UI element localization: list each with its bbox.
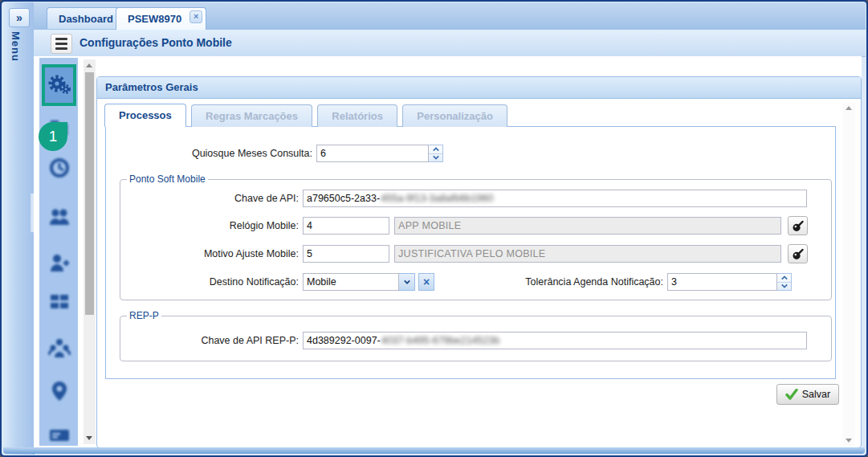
terminal-card-icon: [48, 424, 71, 447]
tolerancia-label: Tolerância Agenda Notificação:: [434, 276, 667, 288]
sidebar-item-terminal[interactable]: [48, 424, 71, 447]
motivo-ajuste-label: Motivo Ajuste Mobile:: [120, 248, 303, 259]
chave-api-redacted: 455a-9f13-3a8afb6b1960: [381, 193, 493, 204]
location-pin-icon: [48, 380, 71, 402]
relogio-lookup-button[interactable]: [788, 216, 808, 235]
chave-api-label: Chave de API:: [120, 193, 303, 204]
modules-grid-icon: [48, 291, 71, 313]
chave-api-repp-redacted: 4037-b495-679be214523b: [381, 335, 499, 346]
dock-scroll-up-icon[interactable]: [86, 63, 92, 67]
dock-scroll-thumb[interactable]: [85, 72, 94, 315]
sidebar-item-team[interactable]: [48, 206, 71, 228]
chave-api-repp-visible: 4d389292-0097-: [307, 335, 381, 346]
magnifier-icon: [790, 247, 805, 262]
destino-notificacao-combo[interactable]: [303, 273, 399, 291]
org-group-icon: [48, 337, 71, 359]
window-bottom-edge: [3, 447, 865, 454]
step-badge: 1: [39, 122, 67, 151]
user-add-icon: [48, 251, 71, 274]
app-window: » Menu Dashboard PSEW8970 × Configuraçõe…: [0, 0, 868, 457]
collapsed-menu-strip: » Menu: [2, 2, 35, 455]
expand-menu-button[interactable]: »: [9, 8, 30, 27]
spinner-up-icon[interactable]: [429, 145, 442, 153]
settings-gears-icon: [47, 72, 72, 98]
clock-icon: [48, 157, 71, 179]
panel-scrollbar[interactable]: [842, 103, 855, 446]
window-tab-bar: Dashboard PSEW8970 ×: [34, 2, 866, 31]
combo-dropdown-trigger[interactable]: [399, 273, 415, 291]
menu-strip-label: Menu: [10, 31, 22, 62]
quiosque-label: Quiosque Meses Consulta:: [106, 148, 316, 159]
fieldset-ponto-soft-mobile-legend: Ponto Soft Mobile: [127, 173, 208, 185]
fieldset-ponto-soft-mobile: Ponto Soft Mobile Chave de API: a79650c5…: [120, 173, 832, 300]
sidebar-item-user-add[interactable]: [48, 251, 71, 274]
tab-personalizacao[interactable]: Personalização: [402, 104, 507, 127]
tab-dashboard[interactable]: Dashboard: [47, 7, 125, 29]
motivo-ajuste-display: JUSTIFICATIVA PELO MOBILE: [394, 245, 781, 263]
icon-dock: [39, 58, 78, 446]
panel-tab-strip: Processos Regras Marcações Relatórios Pe…: [104, 104, 510, 127]
panel-scroll-up-icon[interactable]: [846, 106, 852, 110]
chave-api-repp-label: Chave de API REP-P:: [120, 335, 303, 346]
panel-title: Parâmetros Gerais: [97, 77, 861, 99]
spinner-down-icon[interactable]: [429, 153, 442, 162]
destino-notificacao-label: Destino Notificação:: [120, 276, 303, 288]
magnifier-icon: [790, 218, 805, 234]
relogio-mobile-display: APP MOBILE: [394, 217, 781, 235]
chevron-down-icon: [404, 279, 410, 285]
dock-scroll-down-icon[interactable]: [86, 436, 92, 440]
tolerancia-spinner[interactable]: [777, 273, 792, 291]
motivo-lookup-button[interactable]: [788, 244, 808, 263]
sidebar-item-settings[interactable]: [42, 64, 76, 106]
sidebar-item-location[interactable]: [48, 380, 71, 402]
chave-api-input[interactable]: a79650c5-2a33- 455a-9f13-3a8afb6b1960: [303, 190, 807, 207]
app-frame: » Menu Dashboard PSEW8970 × Configuraçõe…: [2, 2, 866, 455]
tab-close-icon[interactable]: ×: [189, 10, 202, 23]
save-button-label: Salvar: [802, 389, 830, 400]
page-title: Configurações Ponto Mobile: [79, 30, 232, 56]
panel-scroll-down-icon[interactable]: [846, 439, 852, 443]
tab-psew8970-label: PSEW8970: [128, 13, 181, 25]
page-toolbar: Configurações Ponto Mobile: [34, 30, 866, 57]
tab-dashboard-label: Dashboard: [59, 13, 113, 25]
relogio-mobile-input[interactable]: [303, 217, 389, 235]
fieldset-rep-p: REP-P Chave de API REP-P: 4d389292-0097-…: [120, 310, 832, 361]
fieldset-rep-p-legend: REP-P: [127, 310, 161, 321]
relogio-mobile-label: Relógio Mobile:: [120, 220, 303, 231]
motivo-ajuste-input[interactable]: [303, 245, 389, 263]
parametros-gerais-panel: Parâmetros Gerais Processos Regras Marca…: [96, 76, 862, 448]
quiosque-input[interactable]: [316, 145, 429, 162]
sidebar-item-org-group[interactable]: [48, 337, 71, 359]
chave-api-repp-input[interactable]: 4d389292-0097- 4037-b495-679be214523b: [303, 332, 807, 349]
combo-clear-button[interactable]: ×: [418, 273, 434, 291]
hamburger-menu-button[interactable]: [51, 34, 72, 54]
sidebar-item-modules[interactable]: [48, 291, 71, 313]
tab-psew8970[interactable]: PSEW8970 ×: [116, 7, 206, 30]
content-area: 1 Parâmetros Gerais Processos Regras Mar…: [34, 56, 862, 447]
spinner-up-icon[interactable]: [777, 274, 791, 282]
tab-relatorios[interactable]: Relatórios: [317, 104, 397, 127]
tab-regras-marcacoes[interactable]: Regras Marcações: [191, 104, 312, 127]
save-button[interactable]: Salvar: [776, 384, 839, 405]
dock-scrollbar[interactable]: [84, 59, 96, 444]
sidebar-item-time[interactable]: [48, 157, 71, 179]
tab-content-processos: Quiosque Meses Consulta: Ponto Soft Mobi…: [105, 126, 836, 379]
tolerancia-input[interactable]: [667, 273, 777, 291]
check-icon: [785, 389, 798, 400]
quiosque-spinner[interactable]: [429, 145, 443, 162]
chave-api-visible: a79650c5-2a33-: [307, 193, 380, 204]
spinner-down-icon[interactable]: [777, 282, 791, 291]
tab-processos[interactable]: Processos: [104, 104, 186, 127]
team-icon: [48, 206, 71, 228]
